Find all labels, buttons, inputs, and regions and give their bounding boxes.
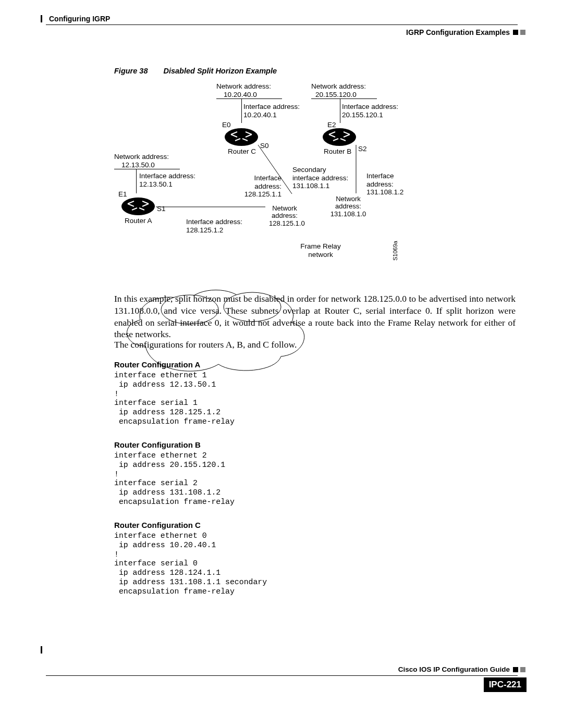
section-heading: Router Configuration C bbox=[114, 521, 201, 529]
label-cloud-net1: Network address: 128.125.1.0 bbox=[269, 205, 300, 227]
line bbox=[136, 169, 137, 193]
label-s0: S0 bbox=[260, 142, 269, 150]
page-number: IPC-221 bbox=[484, 677, 527, 692]
label-if-a: Interface address: 12.13.50.1 bbox=[139, 172, 195, 188]
header-section: IGRP Configuration Examples bbox=[406, 28, 510, 36]
code-block: interface ethernet 1 ip address 12.13.50… bbox=[114, 371, 235, 427]
label-if-s1: Interface address: 128.125.1.2 bbox=[186, 218, 242, 234]
figure-diagram: Network address: 10.20.40.0 Network addr… bbox=[114, 78, 417, 281]
label-secondary-if: Secondary interface address: 131.108.1.1 bbox=[292, 166, 348, 190]
label-s2: S2 bbox=[358, 145, 367, 153]
footer-left-marker bbox=[41, 646, 42, 653]
figure-title: Disabled Split Horizon Example bbox=[163, 67, 277, 75]
router-icon bbox=[121, 198, 155, 215]
footer-square-icon bbox=[513, 667, 518, 672]
header-square-icon bbox=[520, 30, 525, 35]
code-block: interface ethernet 2 ip address 20.155.1… bbox=[114, 451, 235, 507]
line bbox=[340, 99, 340, 123]
footer-square-icon bbox=[520, 667, 525, 672]
label-if-c: Interface address: 10.20.40.1 bbox=[243, 103, 300, 119]
header-left-marker bbox=[41, 15, 42, 22]
label-if-b: Interface address: 20.155.120.1 bbox=[342, 103, 398, 119]
code-block: interface ethernet 0 ip address 10.20.40… bbox=[114, 532, 267, 596]
footer-guide-title: Cisco IOS IP Configuration Guide bbox=[398, 665, 510, 673]
header-chapter: Configuring IGRP bbox=[49, 15, 110, 23]
label-router-a: Router A bbox=[125, 217, 152, 225]
figure-number: Figure 38 bbox=[114, 67, 148, 75]
footer-rule bbox=[46, 675, 518, 676]
label-net-a: Network address: 12.13.50.0 bbox=[114, 153, 169, 169]
paragraph: In this example, split horizon must be d… bbox=[114, 293, 516, 340]
label-s1: S1 bbox=[157, 205, 166, 213]
header-square-icon bbox=[513, 30, 518, 35]
router-icon bbox=[323, 128, 356, 146]
section-heading: Router Configuration B bbox=[114, 440, 201, 449]
label-router-b: Router B bbox=[324, 147, 351, 156]
section-heading: Router Configuration A bbox=[114, 360, 200, 369]
label-if-s0: Interface address: 128.125.1.1 bbox=[227, 174, 282, 199]
label-frame-relay: Frame Relay network bbox=[295, 242, 347, 258]
line bbox=[241, 99, 242, 123]
label-router-c: Router C bbox=[228, 147, 256, 156]
label-net-b: Network address: 20.155.120.0 bbox=[311, 82, 366, 98]
label-cloud-net2: Network address: 131.108.1.0 bbox=[329, 195, 367, 218]
router-icon bbox=[225, 128, 258, 146]
label-net-c: Network address: 10.20.40.0 bbox=[216, 82, 271, 98]
header-rule bbox=[46, 24, 518, 25]
label-if-s2: Interface address: 131.108.1.2 bbox=[366, 172, 417, 196]
figure-caption: Figure 38Disabled Split Horizon Example bbox=[114, 67, 277, 75]
paragraph: The configurations for routers A, B, and… bbox=[114, 339, 516, 351]
figure-id: S1069a bbox=[392, 241, 399, 261]
